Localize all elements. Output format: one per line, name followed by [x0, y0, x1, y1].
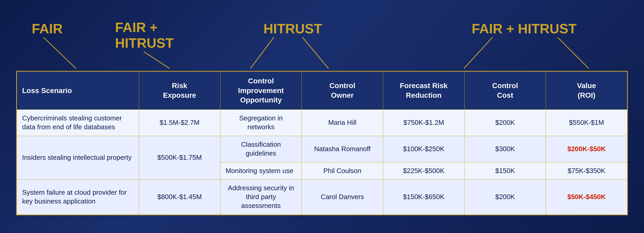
fair-hitrust-left-label: FAIR +: [115, 20, 157, 35]
fair-hitrust-left-arrow: [144, 52, 170, 69]
col-risk-exposure: RiskExposure: [139, 72, 220, 110]
col-control-owner: ControlOwner: [302, 72, 383, 110]
table-row: System failure at cloud provider for key…: [17, 180, 627, 214]
cell-forecast-risk-3: $150K-$650K: [383, 180, 464, 214]
cell-value-roi-2a: $200K-$50K: [546, 136, 627, 162]
hitrust-arrow-right: [302, 37, 329, 69]
col-control-improvement: Control ImprovementOpportunity: [220, 72, 302, 110]
cell-control-owner-3: Carol Danvers: [302, 180, 383, 214]
col-value-roi: Value(ROI): [546, 72, 627, 110]
cell-risk-exposure-2: $500K-$1.75M: [139, 136, 220, 179]
col-forecast-risk: Forecast RiskReduction: [383, 72, 464, 110]
data-table: Loss Scenario RiskExposure Control Impro…: [16, 71, 628, 215]
cell-control-cost-2a: $300K: [464, 136, 546, 162]
cell-control-cost-1: $200K: [464, 110, 546, 136]
fair-hitrust-right-arrow-left: [464, 37, 493, 69]
fair-label: FAIR: [32, 21, 62, 36]
cell-control-improvement-3: Addressing security in third party asses…: [220, 180, 302, 214]
cell-value-roi-3: $50K-$450K: [546, 180, 627, 214]
col-loss-scenario: Loss Scenario: [17, 72, 139, 110]
cell-control-cost-2b: $150K: [464, 162, 546, 180]
header-svg: FAIR FAIR + HITRUST HITRUST FAIR + HITRU…: [16, 18, 628, 70]
page-wrapper: FAIR FAIR + HITRUST HITRUST FAIR + HITRU…: [16, 18, 628, 215]
cell-value-roi-2b: $75K-$350K: [546, 162, 627, 180]
table-row: Insiders stealing intellectual property …: [17, 136, 627, 162]
cell-control-improvement-2a: Classification guidelines: [220, 136, 302, 162]
col-control-cost: ControlCost: [464, 72, 546, 110]
fair-hitrust-right-label: FAIR + HITRUST: [472, 21, 577, 36]
cell-loss-scenario-1: Cybercriminals stealing customer data fr…: [17, 110, 139, 136]
fair-arrow: [43, 37, 76, 69]
hitrust-center-label: HITRUST: [263, 21, 322, 36]
cell-value-roi-1: $550K-$1M: [546, 110, 627, 136]
cell-forecast-risk-2b: $225K-$500K: [383, 162, 464, 180]
cell-forecast-risk-2a: $100K-$250K: [383, 136, 464, 162]
fair-hitrust-right-arrow-right: [558, 37, 589, 69]
cell-control-owner-2b: Phil Coulson: [302, 162, 383, 180]
cell-loss-scenario-2: Insiders stealing intellectual property: [17, 136, 139, 179]
cell-control-cost-3: $200K: [464, 180, 546, 214]
cell-risk-exposure-1: $1.5M-$2.7M: [139, 110, 220, 136]
cell-forecast-risk-1: $750K-$1.2M: [383, 110, 464, 136]
table-row: Cybercriminals stealing customer data fr…: [17, 110, 627, 136]
cell-loss-scenario-3: System failure at cloud provider for key…: [17, 180, 139, 214]
table-header-row: Loss Scenario RiskExposure Control Impro…: [17, 72, 627, 110]
cell-risk-exposure-3: $800K-$1.45M: [139, 180, 220, 214]
cell-control-owner-2a: Natasha Romanoff: [302, 136, 383, 162]
fair-hitrust-left-label2: HITRUST: [115, 35, 174, 51]
hitrust-arrow-left: [250, 37, 274, 69]
cell-control-owner-1: Maria Hill: [302, 110, 383, 136]
cell-control-improvement-1: Segregation in networks: [220, 110, 302, 136]
cell-control-improvement-2b: Monitoring system use: [220, 162, 302, 180]
